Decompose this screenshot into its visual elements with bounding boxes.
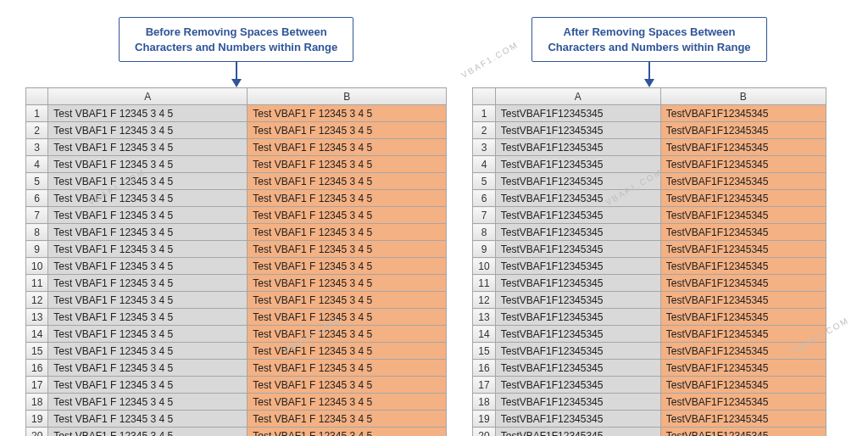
cell[interactable]: Test VBAF1 F 12345 3 4 5 — [248, 258, 447, 275]
select-all-corner[interactable] — [473, 88, 495, 105]
row-header[interactable]: 18 — [473, 394, 495, 411]
cell[interactable]: TestVBAF1F12345345 — [495, 428, 660, 436]
cell[interactable]: TestVBAF1F12345345 — [495, 224, 660, 241]
cell[interactable]: Test VBAF1 F 12345 3 4 5 — [248, 326, 447, 343]
cell[interactable]: Test VBAF1 F 12345 3 4 5 — [48, 241, 248, 258]
row-header[interactable]: 9 — [26, 241, 48, 258]
cell[interactable]: TestVBAF1F12345345 — [495, 156, 660, 173]
cell[interactable]: Test VBAF1 F 12345 3 4 5 — [248, 190, 447, 207]
row-header[interactable]: 13 — [473, 309, 495, 326]
row-header[interactable]: 12 — [26, 292, 48, 309]
row-header[interactable]: 9 — [473, 241, 495, 258]
cell[interactable]: Test VBAF1 F 12345 3 4 5 — [248, 224, 447, 241]
row-header[interactable]: 4 — [26, 156, 48, 173]
cell[interactable]: TestVBAF1F12345345 — [495, 275, 660, 292]
row-header[interactable]: 1 — [26, 105, 48, 122]
column-header-A[interactable]: A — [48, 88, 248, 105]
row-header[interactable]: 6 — [473, 190, 495, 207]
cell[interactable]: TestVBAF1F12345345 — [660, 241, 826, 258]
cell[interactable]: TestVBAF1F12345345 — [495, 360, 660, 377]
row-header[interactable]: 3 — [26, 139, 48, 156]
row-header[interactable]: 15 — [473, 343, 495, 360]
row-header[interactable]: 2 — [26, 122, 48, 139]
row-header[interactable]: 17 — [26, 377, 48, 394]
cell[interactable]: TestVBAF1F12345345 — [660, 139, 826, 156]
cell[interactable]: Test VBAF1 F 12345 3 4 5 — [248, 173, 447, 190]
row-header[interactable]: 11 — [26, 275, 48, 292]
cell[interactable]: TestVBAF1F12345345 — [660, 309, 826, 326]
cell[interactable]: Test VBAF1 F 12345 3 4 5 — [248, 156, 447, 173]
cell[interactable]: TestVBAF1F12345345 — [660, 207, 826, 224]
row-header[interactable]: 4 — [473, 156, 495, 173]
cell[interactable]: TestVBAF1F12345345 — [495, 411, 660, 428]
cell[interactable]: Test VBAF1 F 12345 3 4 5 — [48, 275, 248, 292]
cell[interactable]: Test VBAF1 F 12345 3 4 5 — [248, 139, 447, 156]
cell[interactable]: TestVBAF1F12345345 — [495, 326, 660, 343]
cell[interactable]: Test VBAF1 F 12345 3 4 5 — [48, 326, 248, 343]
cell[interactable]: Test VBAF1 F 12345 3 4 5 — [48, 428, 248, 436]
cell[interactable]: Test VBAF1 F 12345 3 4 5 — [48, 292, 248, 309]
row-header[interactable]: 10 — [26, 258, 48, 275]
row-header[interactable]: 5 — [26, 173, 48, 190]
cell[interactable]: Test VBAF1 F 12345 3 4 5 — [48, 190, 248, 207]
cell[interactable]: TestVBAF1F12345345 — [660, 360, 826, 377]
cell[interactable]: TestVBAF1F12345345 — [495, 377, 660, 394]
cell[interactable]: Test VBAF1 F 12345 3 4 5 — [48, 360, 248, 377]
row-header[interactable]: 7 — [26, 207, 48, 224]
cell[interactable]: Test VBAF1 F 12345 3 4 5 — [48, 224, 248, 241]
row-header[interactable]: 20 — [473, 428, 495, 436]
cell[interactable]: Test VBAF1 F 12345 3 4 5 — [48, 173, 248, 190]
cell[interactable]: Test VBAF1 F 12345 3 4 5 — [48, 258, 248, 275]
cell[interactable]: TestVBAF1F12345345 — [660, 105, 826, 122]
cell[interactable]: Test VBAF1 F 12345 3 4 5 — [248, 207, 447, 224]
cell[interactable]: TestVBAF1F12345345 — [495, 394, 660, 411]
cell[interactable]: Test VBAF1 F 12345 3 4 5 — [48, 139, 248, 156]
cell[interactable]: TestVBAF1F12345345 — [495, 190, 660, 207]
row-header[interactable]: 15 — [26, 343, 48, 360]
cell[interactable]: Test VBAF1 F 12345 3 4 5 — [248, 105, 447, 122]
row-header[interactable]: 16 — [473, 360, 495, 377]
row-header[interactable]: 2 — [473, 122, 495, 139]
cell[interactable]: TestVBAF1F12345345 — [495, 207, 660, 224]
cell[interactable]: TestVBAF1F12345345 — [660, 428, 826, 436]
row-header[interactable]: 12 — [473, 292, 495, 309]
cell[interactable]: TestVBAF1F12345345 — [495, 309, 660, 326]
row-header[interactable]: 16 — [26, 360, 48, 377]
cell[interactable]: Test VBAF1 F 12345 3 4 5 — [48, 122, 248, 139]
column-header-B[interactable]: B — [660, 88, 826, 105]
row-header[interactable]: 14 — [473, 326, 495, 343]
cell[interactable]: TestVBAF1F12345345 — [495, 173, 660, 190]
cell[interactable]: Test VBAF1 F 12345 3 4 5 — [48, 394, 248, 411]
cell[interactable]: TestVBAF1F12345345 — [495, 122, 660, 139]
row-header[interactable]: 14 — [26, 326, 48, 343]
cell[interactable]: Test VBAF1 F 12345 3 4 5 — [248, 360, 447, 377]
cell[interactable]: TestVBAF1F12345345 — [660, 377, 826, 394]
cell[interactable]: TestVBAF1F12345345 — [660, 292, 826, 309]
row-header[interactable]: 10 — [473, 258, 495, 275]
row-header[interactable]: 20 — [26, 428, 48, 436]
cell[interactable]: TestVBAF1F12345345 — [660, 411, 826, 428]
cell[interactable]: Test VBAF1 F 12345 3 4 5 — [248, 275, 447, 292]
cell[interactable]: TestVBAF1F12345345 — [660, 122, 826, 139]
cell[interactable]: Test VBAF1 F 12345 3 4 5 — [48, 105, 248, 122]
cell[interactable]: TestVBAF1F12345345 — [660, 258, 826, 275]
cell[interactable]: Test VBAF1 F 12345 3 4 5 — [248, 343, 447, 360]
cell[interactable]: TestVBAF1F12345345 — [495, 241, 660, 258]
cell[interactable]: Test VBAF1 F 12345 3 4 5 — [248, 428, 447, 436]
cell[interactable]: TestVBAF1F12345345 — [660, 224, 826, 241]
cell[interactable]: Test VBAF1 F 12345 3 4 5 — [48, 207, 248, 224]
row-header[interactable]: 18 — [26, 394, 48, 411]
row-header[interactable]: 17 — [473, 377, 495, 394]
row-header[interactable]: 19 — [473, 411, 495, 428]
cell[interactable]: Test VBAF1 F 12345 3 4 5 — [248, 309, 447, 326]
row-header[interactable]: 1 — [473, 105, 495, 122]
cell[interactable]: Test VBAF1 F 12345 3 4 5 — [48, 411, 248, 428]
cell[interactable]: TestVBAF1F12345345 — [660, 343, 826, 360]
cell[interactable]: TestVBAF1F12345345 — [495, 343, 660, 360]
row-header[interactable]: 11 — [473, 275, 495, 292]
cell[interactable]: TestVBAF1F12345345 — [660, 394, 826, 411]
cell[interactable]: Test VBAF1 F 12345 3 4 5 — [48, 309, 248, 326]
row-header[interactable]: 19 — [26, 411, 48, 428]
cell[interactable]: TestVBAF1F12345345 — [495, 105, 660, 122]
cell[interactable]: TestVBAF1F12345345 — [660, 275, 826, 292]
